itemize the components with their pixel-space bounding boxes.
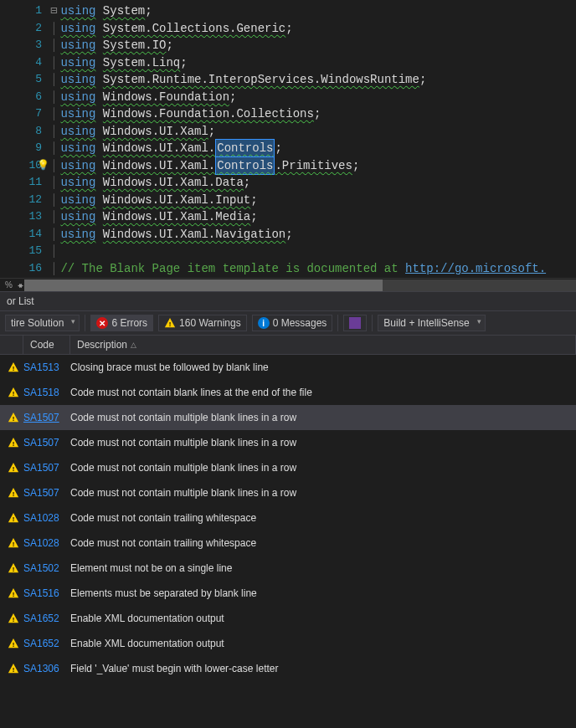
error-description: Closing brace must be followed by blank … (70, 361, 573, 373)
row-warning-icon: ! (3, 613, 23, 624)
code-editor[interactable]: 12345678910111213141516 ⊟using System;│u… (0, 0, 576, 291)
row-warning-icon: ! (3, 562, 23, 574)
error-code[interactable]: SA1306 (23, 663, 70, 674)
code-line[interactable]: │using Windows.UI.Xaml.Data; (50, 174, 576, 192)
line-number: 10 (0, 157, 42, 175)
lightbulb-icon[interactable]: 💡 (37, 159, 49, 172)
namespace-rest: .Primitives (275, 157, 352, 175)
row-warning-icon: ! (3, 638, 23, 649)
error-code[interactable]: SA1507 (23, 437, 70, 449)
line-number: 15 (0, 243, 42, 260)
tool-button[interactable] (343, 315, 367, 331)
error-row[interactable]: !SA1513Closing brace must be followed by… (0, 355, 576, 380)
row-warning-icon: ! (3, 512, 23, 524)
messages-filter-button[interactable]: i 0 Messages (252, 315, 333, 331)
code-line[interactable]: │using Windows.UI.Xaml.Media; (50, 208, 576, 226)
svg-text:!: ! (13, 591, 15, 598)
scope-dropdown[interactable]: tire Solution (5, 315, 80, 331)
svg-text:!: ! (13, 515, 15, 523)
namespace: Windows.UI.Xaml.Input (103, 192, 250, 209)
svg-text:!: ! (13, 541, 15, 548)
error-row[interactable]: !SA1652Enable XML documentation output (0, 631, 576, 656)
code-line[interactable]: │using Windows.Foundation; (50, 89, 576, 106)
fold-guide: │ (50, 20, 57, 38)
error-row[interactable]: !SA1516Elements must be separated by bla… (0, 581, 576, 606)
error-row[interactable]: !SA1507Code must not contain multiple bl… (0, 455, 576, 480)
fold-guide: │ (50, 157, 57, 175)
code-line[interactable]: │ (50, 243, 576, 260)
selected-text: Controls (215, 139, 275, 158)
horizontal-scrollbar[interactable] (24, 279, 576, 291)
comment-url[interactable]: http://go.microsoft. (405, 260, 546, 278)
warnings-filter-button[interactable]: ! 160 Warnings (158, 315, 247, 331)
fold-guide: │ (50, 226, 57, 244)
error-row[interactable]: !SA1502Element must not be on a single l… (0, 556, 576, 581)
column-code[interactable]: Code (23, 336, 70, 354)
error-code[interactable]: SA1507 (23, 462, 70, 474)
keyword-using: using (60, 123, 95, 141)
error-code[interactable]: SA1652 (23, 638, 70, 649)
error-code[interactable]: SA1518 (23, 387, 70, 398)
line-number: 4 (0, 54, 42, 72)
column-description[interactable]: Description △ (70, 336, 576, 354)
error-list[interactable]: !SA1513Closing brace must be followed by… (0, 355, 576, 728)
namespace: Windows.Foundation (103, 89, 229, 106)
code-line[interactable]: │using System.Linq; (50, 54, 576, 72)
error-row[interactable]: !SA1507Code must not contain multiple bl… (0, 480, 576, 505)
code-line[interactable]: │// The Blank Page item template is docu… (50, 260, 576, 278)
error-description: Code must not contain multiple blank lin… (70, 412, 573, 423)
code-line[interactable]: │using Windows.UI.Xaml; (50, 123, 576, 141)
row-warning-icon: ! (3, 537, 23, 549)
scrollbar-thumb[interactable] (24, 279, 383, 291)
tool-icon (349, 317, 361, 329)
code-line[interactable]: │using Windows.UI.Xaml.Controls; (50, 140, 576, 157)
line-number: 1 (0, 3, 42, 20)
error-description: Code must not contain trailing whitespac… (70, 512, 573, 524)
error-row[interactable]: !SA1652Enable XML documentation output (0, 606, 576, 631)
fold-guide: │ (50, 192, 57, 209)
error-list-panel-title: or List (0, 291, 576, 311)
error-row[interactable]: !SA1518Code must not contain blank lines… (0, 380, 576, 405)
code-line[interactable]: ⊟using System; (50, 3, 576, 20)
keyword-using: using (60, 20, 95, 38)
svg-text:!: ! (13, 440, 15, 448)
scroll-arrows-icon[interactable]: ◂▸ (18, 280, 21, 290)
fold-icon[interactable]: ⊟ (50, 3, 57, 20)
error-code[interactable]: SA1028 (23, 512, 70, 524)
error-list-toolbar: tire Solution ✕ 6 Errors ! 160 Warnings … (0, 311, 576, 336)
svg-text:!: ! (13, 666, 15, 674)
fold-guide: │ (50, 174, 57, 192)
errors-filter-button[interactable]: ✕ 6 Errors (90, 315, 153, 331)
error-row[interactable]: !SA1028Code must not contain trailing wh… (0, 505, 576, 531)
keyword-using: using (60, 226, 95, 244)
error-description: Code must not contain trailing whitespac… (70, 537, 573, 549)
editor-status-bar: % ◂▸ (0, 278, 576, 291)
error-code[interactable]: SA1516 (23, 587, 70, 599)
column-icon[interactable] (0, 336, 23, 354)
error-code[interactable]: SA1507 (23, 412, 70, 423)
code-content[interactable]: ⊟using System;│using System.Collections.… (50, 0, 576, 278)
svg-text:!: ! (13, 415, 15, 423)
error-row[interactable]: !SA1507Code must not contain multiple bl… (0, 405, 576, 430)
code-line[interactable]: │using Windows.UI.Xaml.Controls.Primitiv… (50, 157, 576, 175)
code-line[interactable]: │using System.Collections.Generic; (50, 20, 576, 38)
error-code[interactable]: SA1028 (23, 537, 70, 549)
divider (337, 315, 338, 331)
messages-count-label: 0 Messages (273, 317, 327, 329)
namespace: Windows.Foundation.Collections (103, 105, 314, 123)
error-code[interactable]: SA1513 (23, 361, 70, 373)
error-row[interactable]: !SA1028Code must not contain trailing wh… (0, 531, 576, 556)
error-row[interactable]: !SA1507Code must not contain multiple bl… (0, 430, 576, 455)
code-line[interactable]: │using Windows.UI.Xaml.Navigation; (50, 226, 576, 244)
code-line[interactable]: │using System.IO; (50, 37, 576, 54)
error-code[interactable]: SA1502 (23, 562, 70, 574)
code-line[interactable]: │using System.Runtime.InteropServices.Wi… (50, 71, 576, 89)
error-code[interactable]: SA1507 (23, 487, 70, 499)
zoom-percent[interactable]: % (0, 280, 18, 290)
build-intellisense-dropdown[interactable]: Build + IntelliSense (378, 315, 485, 331)
code-line[interactable]: │using Windows.Foundation.Collections; (50, 105, 576, 123)
error-row[interactable]: !SA1306Field '_Value' must begin with lo… (0, 656, 576, 681)
error-code[interactable]: SA1652 (23, 613, 70, 624)
line-number: 12 (0, 192, 42, 209)
code-line[interactable]: │using Windows.UI.Xaml.Input; (50, 192, 576, 209)
